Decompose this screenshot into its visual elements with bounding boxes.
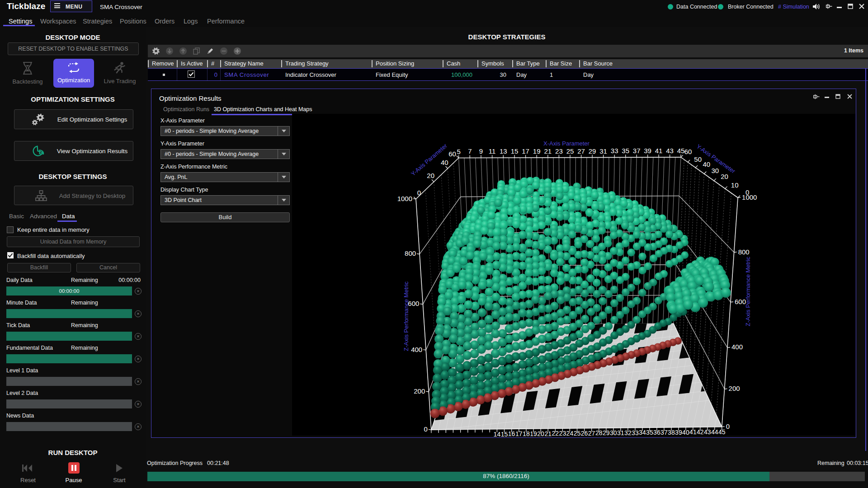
svg-text:Z-Axis Performance Metric: Z-Axis Performance Metric [403,282,410,351]
svg-text:37: 37 [633,147,641,155]
svg-text:0: 0 [417,189,421,197]
svg-text:11: 11 [489,147,496,155]
svg-text:40: 40 [682,429,689,436]
svg-text:21: 21 [544,147,552,155]
svg-text:50: 50 [694,155,702,163]
svg-text:20: 20 [427,172,434,179]
svg-text:800: 800 [738,248,750,256]
svg-text:400: 400 [731,343,743,351]
svg-text:1000: 1000 [742,193,757,201]
svg-text:25: 25 [574,430,581,437]
svg-text:15: 15 [511,147,519,155]
svg-text:17: 17 [522,147,529,155]
svg-text:21: 21 [544,430,552,437]
svg-text:15: 15 [501,431,508,437]
svg-text:7: 7 [468,147,472,155]
svg-text:24: 24 [566,430,574,437]
svg-text:10: 10 [731,181,739,189]
svg-text:41: 41 [689,428,697,436]
svg-text:31: 31 [617,429,624,436]
svg-text:30: 30 [712,167,719,174]
svg-text:37: 37 [660,429,668,436]
svg-text:40: 40 [703,160,710,168]
svg-text:29: 29 [589,147,596,155]
svg-text:26: 26 [581,430,588,437]
svg-text:18: 18 [523,430,530,437]
svg-text:27: 27 [577,147,585,155]
svg-text:60: 60 [684,148,692,155]
svg-text:22: 22 [552,430,559,437]
svg-text:30: 30 [610,429,617,436]
svg-text:20: 20 [537,430,544,437]
svg-text:19: 19 [530,430,537,437]
svg-text:43: 43 [704,428,711,436]
svg-text:20: 20 [721,173,728,180]
svg-text:39: 39 [675,429,682,436]
svg-text:45: 45 [677,147,685,155]
svg-text:19: 19 [533,147,541,155]
svg-text:17: 17 [515,430,523,437]
svg-text:40: 40 [441,159,448,166]
svg-text:200: 200 [729,385,740,392]
svg-text:X-Axis Parameter: X-Axis Parameter [543,140,590,147]
svg-text:38: 38 [668,429,675,436]
svg-text:34: 34 [639,429,646,436]
svg-text:60: 60 [448,150,456,158]
svg-text:23: 23 [555,147,563,155]
svg-text:35: 35 [622,147,629,155]
svg-text:9: 9 [479,147,483,155]
svg-text:29: 29 [603,429,610,436]
svg-text:33: 33 [611,147,618,155]
svg-text:0: 0 [424,425,428,433]
svg-text:1000: 1000 [397,195,412,202]
svg-text:39: 39 [644,147,651,155]
svg-text:400: 400 [411,346,422,353]
svg-text:44: 44 [711,428,718,436]
svg-text:45: 45 [718,428,726,436]
svg-text:0: 0 [726,422,730,430]
svg-text:600: 600 [408,300,419,307]
svg-text:16: 16 [508,430,515,437]
svg-text:31: 31 [599,147,607,155]
svg-text:25: 25 [566,147,574,155]
svg-text:35: 35 [646,429,653,436]
svg-text:5: 5 [457,148,460,155]
svg-text:42: 42 [697,428,704,436]
svg-text:Z-Axis Performance Metric: Z-Axis Performance Metric [745,257,751,326]
svg-text:41: 41 [655,147,663,155]
svg-text:200: 200 [414,387,425,395]
svg-text:33: 33 [632,429,639,436]
svg-text:27: 27 [588,430,595,437]
svg-text:36: 36 [653,429,660,436]
svg-text:14: 14 [494,431,501,437]
svg-text:800: 800 [405,249,416,257]
svg-text:13: 13 [500,147,507,155]
svg-text:23: 23 [559,430,566,437]
svg-text:43: 43 [666,147,674,155]
svg-text:32: 32 [624,429,632,436]
svg-text:28: 28 [595,429,603,436]
